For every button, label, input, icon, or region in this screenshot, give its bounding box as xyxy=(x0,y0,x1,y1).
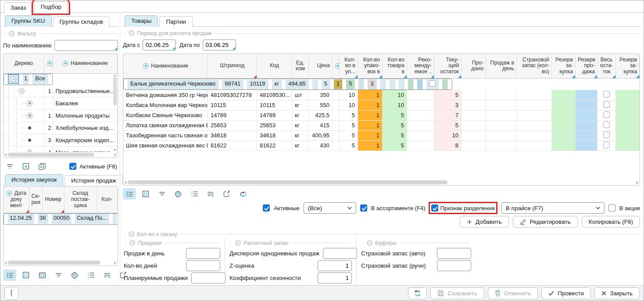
cell[interactable]: 1 xyxy=(358,140,383,150)
tree-order-cell[interactable] xyxy=(44,97,53,109)
filter-icon[interactable] xyxy=(52,269,65,281)
row-checkbox[interactable] xyxy=(603,111,610,118)
cell[interactable] xyxy=(486,120,517,130)
sales-field-input[interactable] xyxy=(186,260,220,271)
tree-order-cell[interactable]: 1 xyxy=(23,74,29,84)
cell[interactable]: 10115 xyxy=(208,100,257,110)
tree-row[interactable]: 2Хлебобулочные изд... xyxy=(4,122,118,134)
row-checkbox[interactable] xyxy=(603,122,610,128)
column-header[interactable]: Резерв за- купка xyxy=(552,54,576,79)
cell[interactable]: 10 xyxy=(340,100,358,110)
tab-подбор[interactable]: Подбор xyxy=(34,1,68,13)
row-checkbox[interactable] xyxy=(603,101,610,108)
cell[interactable] xyxy=(552,110,576,120)
cell[interactable] xyxy=(552,100,576,110)
tab-группы-sku[interactable]: Группы SKU xyxy=(5,15,52,27)
cell[interactable] xyxy=(333,110,340,120)
cell[interactable]: 1 xyxy=(334,79,343,90)
sales-field-input[interactable] xyxy=(191,272,225,283)
cell[interactable]: кг xyxy=(292,110,309,120)
tree-name-cell[interactable]: Мясо, птица и мясна... xyxy=(53,146,118,152)
split-checkbox[interactable] xyxy=(431,204,438,211)
post-button[interactable]: Провести xyxy=(541,287,591,299)
cell[interactable] xyxy=(358,79,364,90)
tree-order-cell[interactable]: 3 xyxy=(44,134,53,146)
cell[interactable]: 5 xyxy=(340,140,358,150)
tab-товары[interactable]: Товары xyxy=(125,15,158,27)
tab-группы-складов[interactable]: Группы складов xyxy=(53,16,110,27)
column-header[interactable]: Се- рия xyxy=(29,186,42,213)
cell[interactable]: 12.04.25 xyxy=(8,214,34,224)
cell[interactable]: 10 xyxy=(383,100,407,110)
list-add-icon[interactable] xyxy=(204,188,217,200)
price-select[interactable]: В прайсе (F7) xyxy=(501,202,605,214)
collapse-icon[interactable] xyxy=(129,30,134,36)
cell[interactable]: Лопатка свиная охлажденная Бел... xyxy=(123,120,208,130)
column-header[interactable]: Реко- менду- емое .. xyxy=(407,54,434,79)
cell[interactable]: 14789 xyxy=(208,110,257,120)
tree-expander-cell[interactable] xyxy=(4,97,44,109)
column-header[interactable]: Дерево xyxy=(4,54,44,73)
cell[interactable]: 98741 xyxy=(222,79,243,90)
grid-icon[interactable] xyxy=(139,188,152,200)
gear-icon[interactable] xyxy=(172,188,185,200)
cell[interactable] xyxy=(407,140,434,150)
column-header[interactable]: Теку- щий остаток xyxy=(434,54,462,79)
tree-row[interactable]: 1Все xyxy=(4,74,53,85)
cell[interactable]: 5 xyxy=(434,90,462,100)
column-header[interactable]: Склад постав- щика xyxy=(64,186,97,213)
cell[interactable]: 4810953027278 xyxy=(208,90,257,100)
cell[interactable]: Ветчина домашняя 350 гр Черкиз... xyxy=(123,90,208,100)
cell[interactable]: 1 xyxy=(358,120,383,130)
cell[interactable] xyxy=(517,120,552,130)
calc-stock-field-input[interactable] xyxy=(318,272,352,283)
cell[interactable]: 5 xyxy=(383,120,407,130)
table-row[interactable]: Колбаса Молочная вар Черкизово1011510115… xyxy=(123,100,640,110)
cell[interactable] xyxy=(486,100,517,110)
cell[interactable]: Склад По... xyxy=(75,214,109,224)
tree-name-cell[interactable]: Кондитерские издел... xyxy=(53,134,118,146)
gear-icon[interactable] xyxy=(68,269,81,281)
column-header[interactable]: Штрихкод xyxy=(208,54,257,79)
collapse-icon[interactable] xyxy=(11,76,16,82)
cell[interactable] xyxy=(597,110,616,120)
cell[interactable] xyxy=(616,100,640,110)
leaf-dot-icon[interactable] xyxy=(28,139,31,142)
table-row[interactable]: Ветчина домашняя 350 гр Черкиз...4810953… xyxy=(123,90,640,100)
cell[interactable]: 81622 xyxy=(208,140,257,150)
cell[interactable] xyxy=(486,90,517,100)
cell[interactable]: 5 xyxy=(434,120,462,130)
cell[interactable]: 5 xyxy=(383,140,407,150)
cell[interactable] xyxy=(390,79,395,90)
column-header[interactable]: Цена xyxy=(309,54,333,79)
cell[interactable]: 5 xyxy=(346,79,355,90)
cell[interactable]: 10 xyxy=(383,90,407,100)
cell[interactable] xyxy=(462,90,486,100)
cell[interactable] xyxy=(333,140,340,150)
column-header[interactable]: Ед. изм xyxy=(292,54,309,79)
add-button[interactable]: Добавить xyxy=(460,216,509,228)
tree-expander-cell[interactable] xyxy=(4,85,44,97)
goods-horizontal-scrollbar[interactable] xyxy=(123,179,640,185)
collapse-icon[interactable] xyxy=(9,31,14,36)
cell[interactable]: 10 xyxy=(340,90,358,100)
cell[interactable]: 3 xyxy=(434,100,462,110)
tree-expander-cell[interactable] xyxy=(4,122,44,134)
cell[interactable] xyxy=(576,110,597,120)
tree-expander-cell[interactable] xyxy=(4,134,44,146)
cell[interactable]: кг xyxy=(292,100,309,110)
tab-партии[interactable]: Партии xyxy=(159,16,193,27)
close-button[interactable]: Закрыть xyxy=(594,287,640,299)
sort-up-icon[interactable] xyxy=(47,60,53,67)
active-f6-checkbox[interactable] xyxy=(69,163,76,170)
add-box-icon[interactable] xyxy=(19,161,32,172)
calendar-plus-icon[interactable] xyxy=(36,269,49,281)
column-header[interactable] xyxy=(44,54,53,73)
expand-icon[interactable] xyxy=(27,100,32,106)
cell[interactable] xyxy=(517,110,552,120)
cell[interactable]: 430 xyxy=(309,140,333,150)
tree-order-cell[interactable]: 4 xyxy=(44,146,53,152)
tree-horizontal-scrollbar[interactable] xyxy=(4,152,118,158)
cell[interactable] xyxy=(407,90,434,100)
tree-row[interactable]: 1Продовольственные... xyxy=(4,85,118,97)
